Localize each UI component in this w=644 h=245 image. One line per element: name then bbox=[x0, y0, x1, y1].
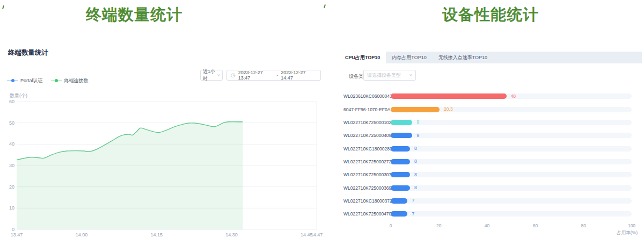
svg-text:13:47: 13:47 bbox=[11, 232, 23, 237]
bar-fill bbox=[391, 146, 410, 152]
svg-text:50: 50 bbox=[9, 120, 14, 126]
chevron-down-icon: ∨ bbox=[217, 73, 220, 77]
bar-value: 8 bbox=[414, 146, 417, 152]
device-type-placeholder: 请选择设备类型 bbox=[367, 72, 401, 79]
legend-label: 终端连接数 bbox=[64, 77, 89, 84]
svg-text:60: 60 bbox=[9, 99, 14, 104]
terminal-count-line-chart: 0102030405060数量(个)13:4714:0014:1514:3014… bbox=[0, 0, 327, 245]
cpu-top10-bar-chart: WL023610KC06000043 48 6047-FF96-1070-EF0… bbox=[343, 90, 640, 220]
bar-value: 7 bbox=[412, 211, 414, 217]
bar-value: 9 bbox=[416, 133, 419, 139]
perf-tabs: CPU占用TOP10内存占用TOP10无线接入点速率TOP10 bbox=[339, 52, 642, 63]
legend-marker-icon bbox=[7, 79, 18, 83]
time-range-value: 近1小时 bbox=[203, 68, 217, 82]
date-range-end: 2023-12-27 14:47 bbox=[281, 70, 317, 81]
bar-chart-x-axis: 020406080100 bbox=[391, 223, 632, 229]
bar-plot: 8 bbox=[391, 172, 632, 177]
bar-chart-x-axis-label: 占用率(%) bbox=[615, 230, 638, 236]
bar-x-tick: 20 bbox=[436, 223, 441, 228]
bar-row-5: WL022710K725000272 8 bbox=[343, 155, 640, 168]
tab-1[interactable]: 内存占用TOP10 bbox=[386, 52, 432, 63]
date-range-separator: - bbox=[276, 73, 278, 78]
bar-value: 8 bbox=[414, 158, 417, 164]
bar-plot: 20.3 bbox=[391, 107, 632, 112]
bar-plot: 9 bbox=[391, 133, 632, 138]
svg-text:0: 0 bbox=[12, 227, 14, 232]
bar-plot: 8 bbox=[391, 185, 632, 191]
bar-device-label: WL022710K725000307 bbox=[343, 172, 391, 177]
bar-track bbox=[391, 198, 632, 204]
legend-label: Portal认证 bbox=[20, 77, 43, 84]
bar-fill bbox=[391, 159, 410, 164]
bar-row-3: WL022710K725000409 9 bbox=[343, 129, 640, 142]
bar-device-label: WL022710KC18000372 bbox=[343, 198, 391, 204]
clock-icon: ◷ bbox=[231, 73, 236, 78]
bar-value: 8 bbox=[414, 185, 417, 191]
chevron-down-icon: ∨ bbox=[409, 73, 412, 77]
left-card-title: 终端数量统计 bbox=[8, 48, 48, 57]
bar-device-label: WL022710K725000470 bbox=[343, 211, 391, 217]
tab-0[interactable]: CPU占用TOP10 bbox=[339, 52, 386, 63]
bar-device-label: WL022710KC18000280 bbox=[343, 146, 391, 152]
svg-text:40: 40 bbox=[9, 141, 14, 147]
svg-text:14:15: 14:15 bbox=[151, 232, 163, 237]
date-range-picker[interactable]: ◷ 2023-12-27 13:47 - 2023-12-27 14:47 bbox=[226, 70, 321, 81]
device-type-select[interactable]: 请选择设备类型 ∨ bbox=[363, 70, 416, 81]
bar-fill bbox=[391, 133, 412, 138]
bar-device-label: 6047-FF96-1070-EF0A bbox=[343, 107, 391, 112]
bar-row-4: WL022710KC18000280 8 bbox=[343, 142, 640, 155]
legend-item-1[interactable]: 终端连接数 bbox=[51, 77, 89, 84]
time-range-select[interactable]: 近1小时 ∨ bbox=[200, 70, 223, 81]
svg-text:数量(个): 数量(个) bbox=[10, 93, 27, 98]
svg-text:14:45: 14:45 bbox=[301, 232, 313, 237]
bar-x-tick: 80 bbox=[581, 223, 586, 228]
bar-fill bbox=[391, 172, 410, 177]
bar-track bbox=[391, 185, 632, 191]
bar-track bbox=[391, 159, 632, 164]
svg-text:14:47: 14:47 bbox=[311, 232, 323, 237]
bar-fill bbox=[391, 185, 410, 191]
bar-value: 9 bbox=[416, 119, 419, 125]
bar-fill bbox=[391, 107, 440, 112]
bar-track bbox=[391, 172, 632, 177]
bar-plot: 48 bbox=[391, 93, 632, 99]
bar-plot: 8 bbox=[391, 159, 632, 164]
bar-x-tick: 60 bbox=[533, 223, 538, 228]
bar-value: 8 bbox=[414, 172, 417, 178]
bar-fill bbox=[391, 93, 507, 99]
bar-x-tick: 100 bbox=[628, 223, 635, 228]
bar-value: 48 bbox=[511, 93, 516, 99]
bar-row-2: WL022710K725000102 9 bbox=[343, 116, 640, 129]
bar-plot: 7 bbox=[391, 198, 632, 204]
bar-track bbox=[391, 120, 632, 125]
bar-device-label: WL022710K725000369 bbox=[343, 185, 391, 191]
svg-text:30: 30 bbox=[9, 163, 14, 168]
bar-track bbox=[391, 133, 632, 138]
bar-track bbox=[391, 211, 632, 217]
bar-row-7: WL022710K725000369 8 bbox=[343, 181, 640, 194]
right-panel-heading: 设备性能统计 bbox=[339, 4, 642, 26]
bar-value: 20.3 bbox=[444, 106, 453, 112]
bar-fill bbox=[391, 120, 412, 125]
bar-row-6: WL022710K725000307 8 bbox=[343, 168, 640, 181]
bar-device-label: WL022710K725000272 bbox=[343, 159, 391, 164]
svg-text:14:30: 14:30 bbox=[225, 232, 238, 237]
bar-fill bbox=[391, 198, 407, 204]
legend-item-0[interactable]: Portal认证 bbox=[7, 77, 43, 84]
date-range-start: 2023-12-27 13:47 bbox=[238, 70, 274, 81]
decor-mark-right bbox=[324, 4, 327, 9]
tab-2[interactable]: 无线接入点速率TOP10 bbox=[433, 52, 493, 63]
bar-row-1: 6047-FF96-1070-EF0A 20.3 bbox=[343, 103, 640, 116]
bar-value: 7 bbox=[412, 198, 414, 204]
bar-device-label: WL023610KC06000043 bbox=[343, 93, 391, 99]
bar-x-tick: 0 bbox=[390, 223, 392, 228]
dashboard-page: 终端数量统计 终端数量统计 近1小时 ∨ ◷ 2023-12-27 13:47 … bbox=[0, 0, 644, 245]
bar-fill bbox=[391, 211, 407, 217]
svg-text:14:00: 14:00 bbox=[76, 232, 88, 237]
bar-track bbox=[391, 146, 632, 152]
bar-device-label: WL022710K725000409 bbox=[343, 133, 391, 138]
bar-plot: 7 bbox=[391, 211, 632, 217]
svg-text:20: 20 bbox=[9, 184, 14, 190]
bar-row-9: WL022710K725000470 7 bbox=[343, 207, 640, 220]
bar-plot: 8 bbox=[391, 146, 632, 152]
